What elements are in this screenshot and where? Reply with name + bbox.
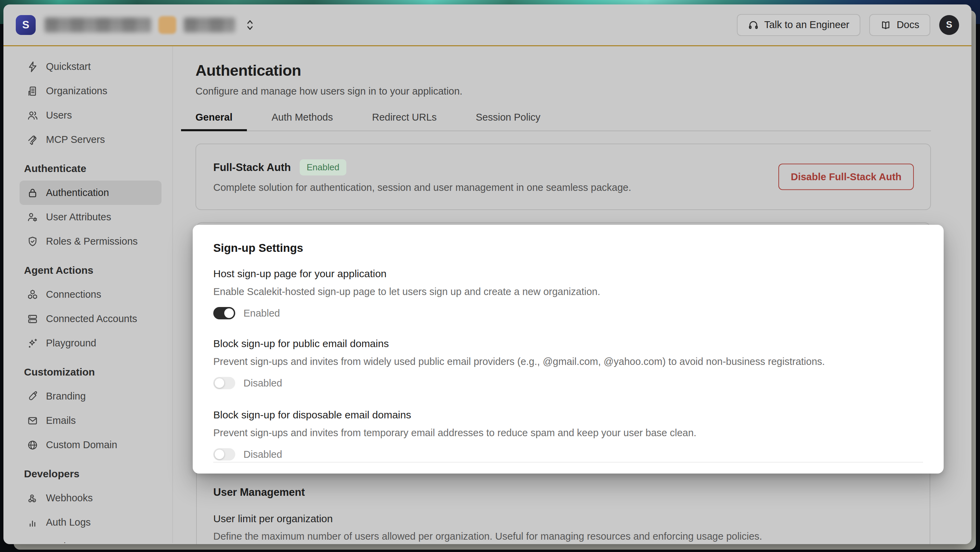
- globe-icon: [27, 439, 38, 451]
- top-bar: S Talk to an Engineer: [3, 5, 971, 46]
- setting-title-block-public: Block sign-up for public email domains: [213, 337, 923, 350]
- stacked-cards-icon: [27, 313, 38, 325]
- sidebar-item-organizations[interactable]: Organizations: [3, 79, 172, 103]
- sidebar-item-label: Settings: [46, 541, 82, 543]
- general-tab-section-card: Sign-up Settings Host sign-up page for y…: [196, 222, 930, 544]
- sidebar-item-custom-domain[interactable]: Custom Domain: [3, 433, 172, 457]
- sidebar-item-playground[interactable]: Playground: [3, 331, 172, 355]
- block-disposable-email-toggle[interactable]: [213, 448, 235, 460]
- building-icon: [27, 85, 38, 97]
- sidebar: Quickstart Organizations Users MCP Serve…: [3, 46, 173, 543]
- docs-label: Docs: [897, 19, 919, 30]
- toggle-knob: [215, 450, 224, 459]
- sidebar-item-label: Custom Domain: [46, 439, 117, 450]
- user-management-heading: User Management: [213, 486, 762, 498]
- user-avatar[interactable]: S: [939, 15, 959, 35]
- full-stack-auth-card: Full-Stack Auth Enabled Complete solutio…: [196, 144, 931, 210]
- bar-chart-icon: [27, 517, 38, 528]
- chevron-up-down-icon[interactable]: [245, 19, 255, 32]
- user-limit-description: Define the maximum number of users allow…: [213, 531, 762, 542]
- tab-auth-methods[interactable]: Auth Methods: [257, 111, 347, 130]
- setting-desc-block-public: Prevent sign-ups and invites from widely…: [213, 356, 923, 367]
- sidebar-item-label: Organizations: [46, 85, 107, 97]
- mcp-icon: [27, 134, 38, 146]
- sidebar-item-branding[interactable]: Branding: [3, 384, 172, 408]
- sidebar-item-auth-logs[interactable]: Auth Logs: [3, 510, 172, 535]
- workspace-logo[interactable]: S: [16, 15, 36, 35]
- tab-bar: General Auth Methods Redirect URLs Sessi…: [196, 111, 931, 131]
- setting-title-host-signup: Host sign-up page for your application: [213, 267, 923, 280]
- sidebar-item-authentication[interactable]: Authentication: [19, 181, 162, 205]
- sidebar-item-emails[interactable]: Emails: [3, 408, 172, 433]
- sidebar-item-label: MCP Servers: [46, 134, 105, 145]
- sidebar-item-mcp-servers[interactable]: MCP Servers: [3, 127, 172, 152]
- toggle-knob: [224, 308, 234, 318]
- enabled-badge: Enabled: [300, 159, 346, 175]
- envelope-icon: [27, 415, 38, 427]
- full-stack-auth-title: Full-Stack Auth: [213, 162, 291, 174]
- sidebar-item-label: Connections: [46, 289, 101, 300]
- signup-settings-heading: Sign-up Settings: [213, 241, 923, 255]
- sidebar-item-label: Connected Accounts: [46, 313, 137, 325]
- sidebar-item-label: Authentication: [46, 187, 109, 198]
- block-public-email-toggle[interactable]: [213, 377, 235, 389]
- book-icon: [880, 19, 891, 30]
- sidebar-item-label: Auth Logs: [46, 517, 91, 528]
- tab-session-policy[interactable]: Session Policy: [461, 111, 555, 130]
- sidebar-item-label: Playground: [46, 338, 96, 349]
- host-signup-toggle-label: Enabled: [243, 308, 280, 319]
- paintbrush-icon: [27, 390, 38, 402]
- user-management-section: User Management User limit per organizat…: [213, 486, 762, 542]
- sidebar-item-users[interactable]: Users: [3, 103, 172, 127]
- webhook-icon: [27, 492, 38, 504]
- tab-general[interactable]: General: [181, 111, 247, 130]
- workspace-name-redacted: [45, 17, 151, 33]
- host-signup-toggle[interactable]: [213, 307, 235, 319]
- block-public-email-toggle-label: Disabled: [243, 378, 282, 389]
- toggle-knob: [215, 378, 224, 388]
- sidebar-section-agent-actions: Agent Actions: [3, 254, 172, 282]
- tab-redirect-urls[interactable]: Redirect URLs: [358, 111, 451, 130]
- sidebar-section-customization: Customization: [3, 355, 172, 384]
- talk-to-engineer-label: Talk to an Engineer: [764, 19, 850, 30]
- user-limit-title: User limit per organization: [213, 513, 762, 525]
- card-divider: [213, 462, 923, 463]
- talk-to-engineer-button[interactable]: Talk to an Engineer: [737, 14, 860, 36]
- sidebar-item-webhooks[interactable]: Webhooks: [3, 486, 172, 510]
- sidebar-item-label: Webhooks: [46, 492, 93, 504]
- user-gear-icon: [27, 211, 38, 223]
- sidebar-item-user-attributes[interactable]: User Attributes: [3, 205, 172, 229]
- sidebar-section-developers: Developers: [3, 457, 172, 486]
- lock-icon: [27, 187, 38, 199]
- project-icon-redacted: [158, 16, 176, 34]
- sidebar-item-settings[interactable]: Settings: [3, 535, 172, 543]
- top-bar-actions: Talk to an Engineer Docs S: [737, 14, 959, 36]
- sidebar-item-label: Roles & Permissions: [46, 236, 138, 247]
- sidebar-item-connections[interactable]: Connections: [3, 282, 172, 307]
- users-icon: [27, 109, 38, 121]
- page-subtitle: Configure and manage how users sign in t…: [196, 85, 971, 97]
- sidebar-item-connected-accounts[interactable]: Connected Accounts: [3, 307, 172, 331]
- sidebar-item-roles-permissions[interactable]: Roles & Permissions: [3, 229, 172, 254]
- setting-desc-host-signup: Enable Scalekit-hosted sign-up page to l…: [213, 286, 923, 297]
- docs-button[interactable]: Docs: [869, 14, 930, 36]
- sidebar-section-authenticate: Authenticate: [3, 152, 172, 181]
- zap-icon: [27, 61, 38, 73]
- sparkle-icon: [27, 338, 38, 349]
- sidebar-item-label: Branding: [46, 390, 86, 402]
- signup-settings-card: Sign-up Settings Host sign-up page for y…: [193, 225, 943, 474]
- sliders-icon: [27, 541, 38, 543]
- sidebar-item-quickstart[interactable]: Quickstart: [3, 54, 172, 79]
- sidebar-item-label: Emails: [46, 415, 76, 426]
- disable-full-stack-auth-button[interactable]: Disable Full-Stack Auth: [778, 164, 914, 190]
- block-disposable-email-toggle-label: Disabled: [243, 449, 282, 460]
- setting-title-block-disposable: Block sign-up for disposable email domai…: [213, 408, 923, 422]
- project-name-redacted: [184, 17, 235, 33]
- app-window: S Talk to an Engineer: [3, 5, 971, 544]
- cubes-icon: [27, 289, 38, 300]
- headphones-icon: [748, 19, 759, 30]
- sidebar-item-label: User Attributes: [46, 211, 111, 223]
- sidebar-item-label: Users: [46, 109, 72, 121]
- sidebar-item-label: Quickstart: [46, 61, 91, 72]
- workspace-switcher[interactable]: [45, 16, 255, 34]
